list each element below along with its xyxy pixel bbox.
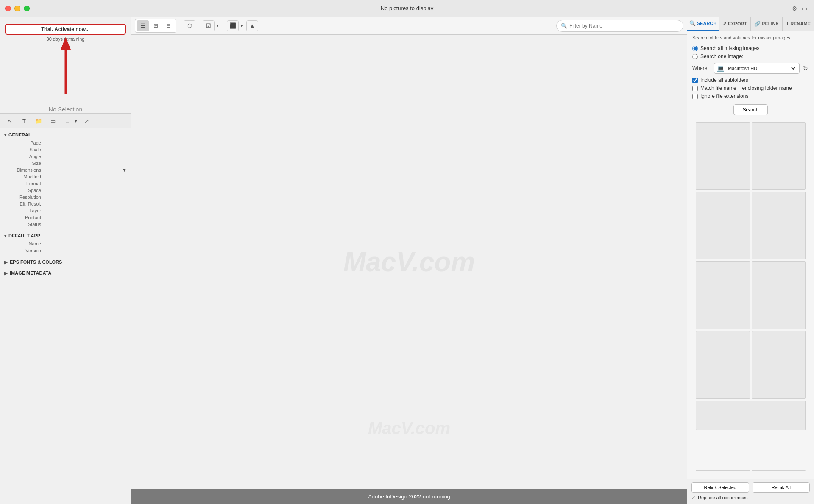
eff-resol-label: Eff. Resol.: [8,201,42,206]
checkbox-subfolders[interactable]: Include all subfolders [692,77,809,83]
text-tool-icon: T [22,118,26,124]
eps-section-header[interactable]: ▶ EPS FONTS & COLORS [0,257,131,267]
checkbox-ignore-extensions[interactable]: Ignore file extensions [692,93,809,99]
main-layout: Trial. Activate now... 30 days remaining… [0,17,814,504]
modified-label: Modified: [8,174,42,179]
arrow-indicator-icon [57,35,74,103]
thumb-cell-8 [752,331,806,399]
thumbnail-grid [692,119,809,474]
sidebar-text-tool-button[interactable]: ↖ [4,116,15,125]
checkbox-match-filename[interactable]: Match file name + enclosing folder name [692,85,809,91]
sidebar-list-button[interactable]: ≡ [62,116,73,125]
layer-label: Layer: [8,208,42,213]
panels-icon[interactable]: ▭ [802,5,807,12]
general-chevron-icon: ▾ [4,133,6,137]
minimize-button[interactable] [14,6,20,11]
radio-all-label: Search all missing images [700,45,759,51]
relink-bar: Relink Selected Relink All ✓ Replace all… [687,479,814,504]
default-app-section-header[interactable]: ▾ DEFAULT APP [0,231,131,240]
select-tool-button[interactable]: ⬡ [184,20,195,31]
hdd-icon: 💻 [717,65,724,72]
where-drive-select[interactable]: Macintosh HD [726,65,797,71]
sidebar-folder-button[interactable]: 📁 [33,116,44,125]
folder-icon: 📁 [35,118,42,124]
relink-tab-label: RELINK [762,21,779,26]
check-button[interactable]: ☑ [203,20,215,31]
radio-one-label: Search one image: [700,53,743,59]
indesign-status-bar: Adobe InDesign 2022 not running [131,489,687,504]
toolbar-separator-2 [199,22,199,30]
ignore-extensions-checkbox-input[interactable] [692,94,698,99]
sort-dropdown-icon[interactable]: ▼ [240,23,244,28]
radio-one-input[interactable] [692,54,698,59]
where-row: Where: 💻 Macintosh HD ↻ [692,63,809,74]
check-dropdown-icon[interactable]: ▼ [215,23,220,28]
sort-button[interactable]: ⬛ [227,20,239,31]
relink-all-button[interactable]: Relink All [753,482,810,493]
angle-row: Angle: [0,153,131,160]
thumb-cell-10 [752,470,806,471]
check-group: ☑ ▼ [203,20,220,31]
app-version-row: Version: [0,247,131,254]
maximize-button[interactable] [24,6,30,11]
thumb-cell-6 [752,261,806,329]
triangle-button[interactable]: ▲ [246,20,258,31]
resolution-label: Resolution: [8,195,42,200]
thumb-cell-2 [752,122,806,190]
dimensions-dropdown-icon[interactable]: ▼ [122,167,127,173]
space-label: Space: [8,188,42,193]
metadata-section-header[interactable]: ▶ IMAGE METADATA [0,268,131,278]
list-dropdown-icon[interactable]: ▼ [74,119,78,123]
tab-rename[interactable]: T RENAME [783,17,814,31]
eff-resol-row: Eff. Resol.: [0,200,131,207]
settings-icon[interactable]: ⚙ [792,5,797,12]
arrow-left-icon: ↖ [8,118,12,124]
tab-export[interactable]: ↗ EXPORT [719,17,751,31]
match-filename-checkbox-input[interactable] [692,86,698,91]
dimensions-row: Dimensions: ▼ [0,167,131,173]
close-button[interactable] [5,6,11,11]
thumb-cell-7 [696,331,750,399]
angle-label: Angle: [8,154,42,159]
relink-selected-button[interactable]: Relink Selected [691,482,749,493]
list-view-button[interactable]: ☰ [137,20,149,31]
gallery-view-button[interactable]: ⊟ [162,20,174,31]
sidebar-frame-button[interactable]: ▭ [47,116,59,125]
filter-input[interactable] [569,23,679,29]
left-sidebar: Trial. Activate now... 30 days remaining… [0,17,131,504]
export-tab-icon: ↗ [722,21,727,27]
frame-icon: ▭ [50,118,56,124]
radio-all-input[interactable] [692,46,698,51]
match-filename-checkbox-label: Match file name + enclosing folder name [700,85,792,91]
format-row: Format: [0,180,131,187]
page-label: Page: [8,140,42,145]
search-execute-button[interactable]: Search [733,104,767,115]
right-panel-tabs: 🔍 SEARCH ↗ EXPORT 🔗 RELINK T RENAME [687,17,814,31]
sidebar-italic-button[interactable]: T [19,116,30,125]
view-mode-group: ☰ ⊞ ⊟ [135,19,176,33]
sidebar-list-group: ≡ ▼ [62,116,78,125]
tab-relink[interactable]: 🔗 RELINK [751,17,783,31]
tab-search[interactable]: 🔍 SEARCH [687,17,719,31]
toolbar-separator-3 [223,22,223,30]
title-bar-right: ⚙ ▭ [792,5,807,12]
printout-label: Printout: [8,215,42,220]
refresh-button[interactable]: ↻ [802,64,809,72]
format-label: Format: [8,181,42,186]
dimensions-label: Dimensions: [8,167,42,173]
search-tab-icon: 🔍 [689,20,696,26]
general-section-header[interactable]: ▾ GENERAL [0,130,131,139]
thumb-cell-5 [696,261,750,329]
grid-view-button[interactable]: ⊞ [150,20,162,31]
no-selection-label: No Selection [0,106,131,113]
sidebar-export-button[interactable]: ↗ [81,116,92,125]
trial-banner[interactable]: Trial. Activate now... [5,24,126,35]
properties-panel: ▾ GENERAL Page: Scale: Angle: Size: Dime… [0,128,131,504]
subfolders-checkbox-input[interactable] [692,78,698,83]
radio-one-image[interactable]: Search one image: [692,53,809,59]
radio-all-missing[interactable]: Search all missing images [692,45,809,51]
export-icon: ↗ [84,118,89,124]
replace-all-label: Replace all occurrences [698,495,747,500]
canvas-area: MacV.com MacV.com [131,35,687,489]
search-description-text: Search folders and volumes for missing i… [692,35,809,40]
